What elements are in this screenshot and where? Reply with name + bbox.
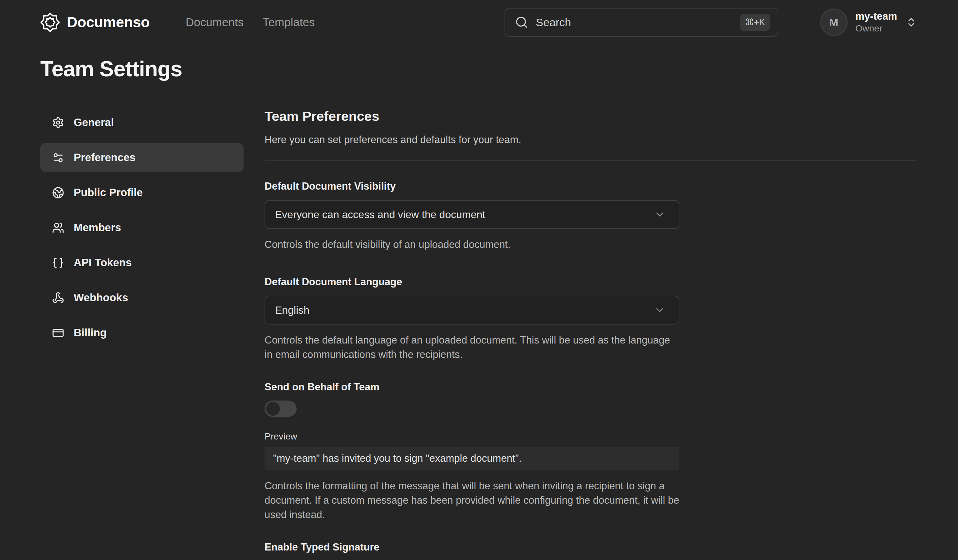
language-select[interactable]: English xyxy=(265,296,679,325)
sidebar-item-members[interactable]: Members xyxy=(40,213,244,242)
settings-sidebar: General Preferences Public Profile Membe… xyxy=(40,108,244,560)
chevrons-up-down-icon xyxy=(906,17,917,28)
sidebar-item-label: Webhooks xyxy=(74,292,128,304)
brand-name: Documenso xyxy=(67,14,150,31)
divider xyxy=(265,160,916,161)
primary-nav: Documents Templates xyxy=(186,16,315,29)
sidebar-item-preferences[interactable]: Preferences xyxy=(40,143,244,172)
language-label: Default Document Language xyxy=(265,276,916,288)
visibility-label: Default Document Visibility xyxy=(265,181,916,192)
panel-description: Here you can set preferences and default… xyxy=(265,134,916,146)
braces-icon xyxy=(52,257,64,269)
sliders-icon xyxy=(52,152,64,164)
brand-logo[interactable]: Documenso xyxy=(39,11,150,33)
top-nav: Documenso Documents Templates Search ⌘+K… xyxy=(0,0,958,45)
team-role: Owner xyxy=(855,22,898,34)
language-help: Controls the default language of an uplo… xyxy=(265,333,677,362)
globe-icon xyxy=(52,187,64,199)
sidebar-item-label: General xyxy=(74,116,114,129)
visibility-help: Controls the default visibility of an up… xyxy=(265,238,690,252)
typed-signature-label: Enable Typed Signature xyxy=(265,541,916,553)
webhook-icon xyxy=(52,292,64,304)
search-shortcut-badge: ⌘+K xyxy=(740,14,771,31)
sidebar-item-label: Public Profile xyxy=(74,186,143,199)
send-on-behalf-label: Send on Behalf of Team xyxy=(265,381,916,393)
sidebar-item-label: Members xyxy=(74,221,121,234)
preview-label: Preview xyxy=(265,431,916,442)
chevron-down-icon xyxy=(654,209,666,221)
sidebar-item-api-tokens[interactable]: API Tokens xyxy=(40,248,244,277)
sidebar-item-label: API Tokens xyxy=(74,256,132,269)
nav-link-documents[interactable]: Documents xyxy=(186,16,244,29)
credit-card-icon xyxy=(52,327,64,339)
visibility-value: Everyone can access and view the documen… xyxy=(275,209,485,221)
nav-link-templates[interactable]: Templates xyxy=(263,16,315,29)
sidebar-item-general[interactable]: General xyxy=(40,108,244,137)
search-icon xyxy=(515,16,528,29)
search-input[interactable]: Search ⌘+K xyxy=(504,8,778,36)
send-on-behalf-toggle[interactable] xyxy=(265,400,297,417)
message-preview: "my-team" has invited you to sign "examp… xyxy=(265,447,679,470)
search-placeholder: Search xyxy=(536,16,571,29)
avatar: M xyxy=(820,8,848,36)
sidebar-item-label: Preferences xyxy=(74,151,136,164)
team-preferences-panel: Team Preferences Here you can set prefer… xyxy=(265,108,916,560)
gear-icon xyxy=(52,117,64,129)
sidebar-item-webhooks[interactable]: Webhooks xyxy=(40,283,244,312)
sidebar-item-public-profile[interactable]: Public Profile xyxy=(40,178,244,207)
visibility-select[interactable]: Everyone can access and view the documen… xyxy=(265,200,679,229)
sidebar-item-billing[interactable]: Billing xyxy=(40,318,244,347)
sidebar-item-label: Billing xyxy=(74,327,107,339)
users-icon xyxy=(52,222,64,234)
panel-heading: Team Preferences xyxy=(265,108,916,124)
toggle-knob xyxy=(266,402,280,416)
message-preview-text: "my-team" has invited you to sign "examp… xyxy=(273,452,522,464)
documenso-logo-icon xyxy=(39,11,61,33)
language-value: English xyxy=(275,304,309,316)
chevron-down-icon xyxy=(654,304,666,316)
team-switcher[interactable]: M my-team Owner xyxy=(820,8,917,36)
send-on-behalf-help: Controls the formatting of the message t… xyxy=(265,479,690,522)
page-title: Team Settings xyxy=(40,55,958,82)
team-name: my-team xyxy=(855,10,898,22)
